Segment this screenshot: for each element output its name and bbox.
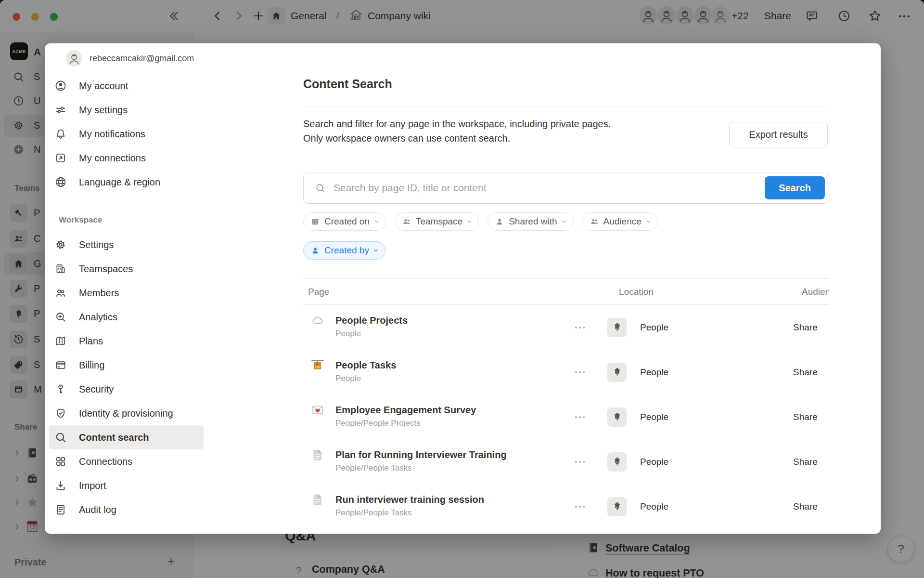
flower-icon xyxy=(607,407,627,427)
sidebar-item-my-settings[interactable]: My settings xyxy=(45,98,208,122)
tramway-icon xyxy=(310,358,325,372)
account-menu: My account My settings My notifications … xyxy=(45,74,208,194)
audience-cell: Share xyxy=(793,394,829,439)
key-icon xyxy=(54,383,67,395)
location-name: People xyxy=(640,412,668,422)
description-line-2: Only workspace owners can use content se… xyxy=(303,131,674,145)
document-icon xyxy=(310,447,325,462)
credit-card-icon xyxy=(54,359,67,371)
column-header-audience[interactable]: Audience xyxy=(802,287,829,297)
sidebar-item-teamspaces[interactable]: Teamspaces xyxy=(45,257,208,281)
sidebar-item-analytics[interactable]: Analytics xyxy=(45,305,208,329)
people-icon xyxy=(54,287,67,299)
row-more-icon[interactable] xyxy=(574,412,586,422)
sidebar-item-language-region[interactable]: Language & region xyxy=(45,170,208,194)
page-description: Search and filter for any page in the wo… xyxy=(303,117,674,145)
building-icon xyxy=(54,263,67,275)
table-row[interactable]: Employee Engagement SurveyPeople/People … xyxy=(303,394,829,439)
download-icon xyxy=(54,479,67,492)
page-title[interactable]: Employee Engagement Survey xyxy=(335,404,476,417)
chevron-down-icon xyxy=(373,248,379,253)
people-icon xyxy=(402,217,411,226)
filter-created-on[interactable]: Created on xyxy=(303,212,386,231)
audience-cell: Share xyxy=(793,439,829,484)
page-path: People/People Tasks xyxy=(335,462,507,473)
sidebar-item-settings[interactable]: Settings xyxy=(45,233,208,257)
filter-chip-row: Created on Teamspace Shared with Audienc… xyxy=(303,212,658,231)
search-icon xyxy=(315,183,326,194)
audience-cell: Share xyxy=(793,350,829,394)
sidebar-item-audit-log[interactable]: Audit log xyxy=(45,498,208,522)
filter-shared-with[interactable]: Shared with xyxy=(488,212,573,231)
column-header-page[interactable]: Page xyxy=(303,287,597,297)
document-list-icon xyxy=(54,503,67,516)
person-circle-icon xyxy=(54,79,67,92)
page-path: People xyxy=(335,328,408,339)
table-column-divider xyxy=(597,278,597,529)
sidebar-item-my-connections[interactable]: My connections xyxy=(45,146,208,170)
table-row[interactable]: People ProjectsPeople People Share xyxy=(303,305,829,350)
filter-created-by[interactable]: Created by xyxy=(303,241,385,260)
filter-audience[interactable]: Audience xyxy=(582,212,658,231)
sidebar-item-import[interactable]: Import xyxy=(45,473,208,498)
page-title[interactable]: Run interviewer training session xyxy=(335,493,484,506)
user-avatar xyxy=(66,50,82,66)
account-row: rebeccamcakir@gmail.com xyxy=(59,50,194,66)
sidebar-item-identity-provisioning[interactable]: Identity & provisioning xyxy=(45,401,208,425)
row-more-icon[interactable] xyxy=(574,502,586,512)
sidebar-item-billing[interactable]: Billing xyxy=(45,353,208,377)
sliders-icon xyxy=(54,104,67,116)
column-header-location[interactable]: Location xyxy=(597,287,802,297)
chevron-down-icon xyxy=(373,219,379,224)
content-search-bar: Search xyxy=(303,172,829,204)
audience-cell: Share xyxy=(793,484,829,529)
page-path: People xyxy=(335,373,396,384)
row-more-icon[interactable] xyxy=(574,368,586,377)
sidebar-item-my-notifications[interactable]: My notifications xyxy=(45,122,208,146)
table-header: Page Location Audience xyxy=(303,278,829,305)
love-letter-icon xyxy=(310,403,325,417)
export-results-button[interactable]: Export results xyxy=(729,122,828,147)
sidebar-item-plans[interactable]: Plans xyxy=(45,329,208,353)
location-cell: People xyxy=(597,439,793,484)
person-icon xyxy=(310,246,320,255)
settings-sidebar: rebeccamcakir@gmail.com My account My se… xyxy=(45,43,250,534)
title-divider xyxy=(303,106,829,106)
row-more-icon[interactable] xyxy=(574,323,586,332)
page-title: Content Search xyxy=(303,76,392,92)
person-icon xyxy=(495,217,504,226)
flower-icon xyxy=(607,363,627,382)
table-row[interactable]: Run interviewer training sessionPeople/P… xyxy=(303,484,829,529)
row-more-icon[interactable] xyxy=(574,457,586,467)
sidebar-item-security[interactable]: Security xyxy=(45,377,208,401)
bell-icon xyxy=(54,128,67,140)
filter-teamspace[interactable]: Teamspace xyxy=(395,212,479,231)
flower-icon xyxy=(607,318,627,337)
people-icon xyxy=(590,217,599,226)
sidebar-item-content-search[interactable]: Content search xyxy=(49,425,204,449)
page-title[interactable]: People Projects xyxy=(335,314,408,327)
sidebar-item-connections[interactable]: Connections xyxy=(45,449,208,473)
table-row[interactable]: People TasksPeople People Share xyxy=(303,350,829,394)
account-email: rebeccamcakir@gmail.com xyxy=(90,53,194,64)
page-title[interactable]: Plan for Running Interviewer Training xyxy=(335,448,507,461)
location-cell: People xyxy=(597,394,793,439)
flower-icon xyxy=(607,497,627,516)
search-button[interactable]: Search xyxy=(765,176,825,199)
globe-icon xyxy=(54,176,67,188)
location-name: People xyxy=(640,367,668,378)
active-filter-row: Created by xyxy=(303,241,385,260)
page-cell: People TasksPeople xyxy=(303,350,597,394)
screen: General / Company wiki +22 Share ACME A … xyxy=(0,0,924,578)
page-cell: Plan for Running Interviewer TrainingPeo… xyxy=(303,439,597,484)
page-title[interactable]: People Tasks xyxy=(335,359,396,372)
cloud-icon xyxy=(310,313,325,328)
magnifier-plus-icon xyxy=(54,311,67,323)
flower-icon xyxy=(607,452,627,472)
sidebar-item-my-account[interactable]: My account xyxy=(45,74,208,98)
search-input[interactable] xyxy=(333,182,829,194)
settings-modal: rebeccamcakir@gmail.com My account My se… xyxy=(45,43,881,534)
table-row[interactable]: Plan for Running Interviewer TrainingPeo… xyxy=(303,439,829,484)
page-cell: Run interviewer training sessionPeople/P… xyxy=(303,484,597,529)
sidebar-item-members[interactable]: Members xyxy=(45,281,208,305)
